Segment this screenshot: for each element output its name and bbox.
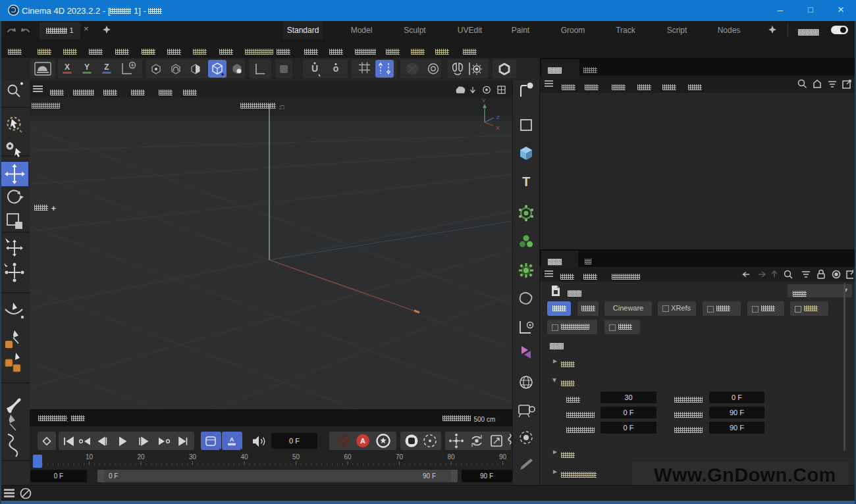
svg-text:X: X: [496, 125, 500, 131]
svg-text:50: 50: [292, 453, 300, 461]
svg-text:0 F: 0 F: [289, 437, 300, 445]
svg-text:0 F: 0 F: [109, 472, 118, 480]
svg-text:90 F: 90 F: [480, 472, 493, 480]
svg-text:T: T: [522, 174, 530, 189]
svg-text:Z: Z: [104, 63, 109, 72]
svg-text:70: 70: [396, 453, 404, 461]
svg-text:Y: Y: [482, 98, 486, 104]
svg-text:A: A: [360, 437, 365, 445]
svg-text:X: X: [65, 63, 70, 72]
svg-text:30: 30: [189, 453, 197, 461]
svg-text:20: 20: [137, 453, 145, 461]
svg-text:60: 60: [344, 453, 352, 461]
svg-text:40: 40: [240, 453, 248, 461]
svg-text:90: 90: [499, 453, 507, 461]
svg-text:Z: Z: [496, 114, 500, 120]
svg-text:Y: Y: [84, 63, 90, 72]
svg-text:A: A: [230, 436, 234, 443]
svg-text:80: 80: [447, 453, 455, 461]
svg-text:10: 10: [86, 453, 94, 461]
svg-text:U: U: [311, 63, 318, 74]
svg-text:0 F: 0 F: [54, 472, 63, 480]
svg-text:90 F: 90 F: [423, 472, 436, 480]
